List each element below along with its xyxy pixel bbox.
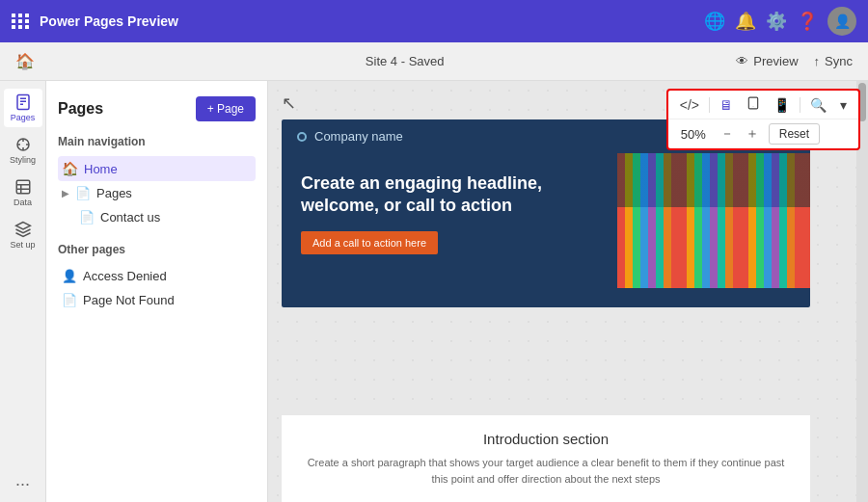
sidebar-label-setup: Set up [10,240,35,250]
sidebar-label-data: Data [14,198,32,207]
nav-item-access-denied[interactable]: 👤 Access Denied [58,264,256,288]
bell-icon[interactable]: 🔔 [735,11,756,32]
access-denied-icon: 👤 [62,269,77,283]
company-dot-icon [297,132,307,142]
more-icon[interactable]: ··· [15,474,30,494]
intro-text: Create a short paragraph that shows your… [301,455,791,487]
preview-icon: 👁 [736,54,748,68]
hero-bottom-bar [282,288,810,307]
nav-item-home[interactable]: 🏠 Home ··· [58,156,256,181]
intro-section: Introduction section Create a short para… [282,415,810,502]
sync-button[interactable]: ↑ Sync [814,54,853,68]
nav-item-contact-label: Contact us [100,210,160,225]
avatar[interactable]: 👤 [827,7,856,36]
topbar: Power Pages Preview 🌐 🔔 ⚙️ ❓ 👤 [0,0,868,42]
sidebar-item-pages[interactable]: Pages [4,89,42,127]
sidebar-label-styling: Styling [10,155,36,165]
main-layout: Pages Styling Data Set up ··· [0,81,868,502]
code-view-icon[interactable]: </> [676,95,703,115]
app-title: Power Pages Preview [40,13,363,29]
nav-item-page-not-found[interactable]: 📄 Page Not Found [58,288,256,312]
toolbar-divider-2 [800,97,800,113]
waffle-icon[interactable] [12,13,30,29]
canvas-toolbar-bottom: 50% － ＋ Reset [668,119,858,148]
icon-sidebar: Pages Styling Data Set up ··· [0,81,46,502]
add-page-button[interactable]: + Page [196,96,256,121]
nav-item-pages-label: Pages [96,186,132,200]
sidebar-item-styling[interactable]: Styling [4,131,42,170]
globe-icon[interactable]: 🌐 [704,11,725,32]
preview-button[interactable]: 👁 Preview [736,54,798,68]
hero-headline: Create an engaging headline, welcome, or… [301,172,598,218]
hero-text-area: Create an engaging headline, welcome, or… [282,153,617,288]
canvas-area: ↖ Company name Create an engaging headli… [268,81,868,502]
main-nav-title: Main navigation [58,135,256,148]
gear-icon[interactable]: ⚙️ [766,11,787,32]
intro-title: Introduction section [301,431,791,447]
nav-item-pages[interactable]: ▶ 📄 Pages [58,181,256,205]
pages-panel-header: Pages + Page [58,96,256,121]
hero-cta-button[interactable]: Add a call to action here [301,231,438,254]
home-nav-icon[interactable]: 🏠 [15,52,35,70]
pages-panel-title: Pages [58,100,103,118]
tablet-view-icon[interactable] [743,94,764,115]
company-name-text: Company name [314,129,403,144]
desktop-view-icon[interactable]: 🖥 [716,95,737,115]
sidebar-label-pages: Pages [11,113,36,122]
mobile-view-icon[interactable]: 📱 [770,95,794,115]
other-pages-title: Other pages [58,243,256,256]
pages-panel: Pages + Page Main navigation 🏠 Home ··· … [46,81,268,502]
zoom-in-button[interactable]: ＋ [744,125,761,143]
nav-item-page-not-found-label: Page Not Found [83,293,175,307]
pages-chevron-icon: ▶ [62,188,69,198]
reset-button[interactable]: Reset [769,123,820,145]
help-icon[interactable]: ❓ [797,11,818,32]
zoom-out-button[interactable]: － [719,125,736,143]
nav-item-contact[interactable]: 📄 Contact us [58,205,256,229]
toolbar-divider-1 [709,97,710,113]
contact-page-icon: 📄 [79,210,95,225]
svg-rect-9 [748,97,757,109]
sync-icon: ↑ [814,54,821,68]
nav-item-access-denied-label: Access Denied [83,269,167,283]
sidebar-item-data[interactable]: Data [4,173,42,212]
hero-image [617,153,810,288]
site-status: Site 4 - Saved [366,54,445,68]
sidebar-item-setup[interactable]: Set up [4,216,42,254]
canvas-toolbar-top: </> 🖥 📱 🔍 ▾ [668,91,858,119]
nav-item-home-label: Home [84,162,118,176]
toolbar-chevron-icon[interactable]: ▾ [836,95,851,115]
canvas-toolbar: </> 🖥 📱 🔍 ▾ 50% － ＋ Reset [666,89,860,150]
hero-image-inner [617,153,810,288]
svg-rect-5 [16,180,30,194]
secondbar: 🏠 Site 4 - Saved 👁 Preview ↑ Sync [0,42,868,81]
page-not-found-icon: 📄 [62,293,77,307]
home-page-icon: 🏠 [62,161,78,176]
zoom-level-label: 50% [676,127,711,142]
hero-section: Create an engaging headline, welcome, or… [282,153,810,288]
zoom-icon[interactable]: 🔍 [806,95,830,115]
resize-arrow-icon[interactable]: ↖ [282,92,296,114]
pages-page-icon: 📄 [75,186,91,200]
